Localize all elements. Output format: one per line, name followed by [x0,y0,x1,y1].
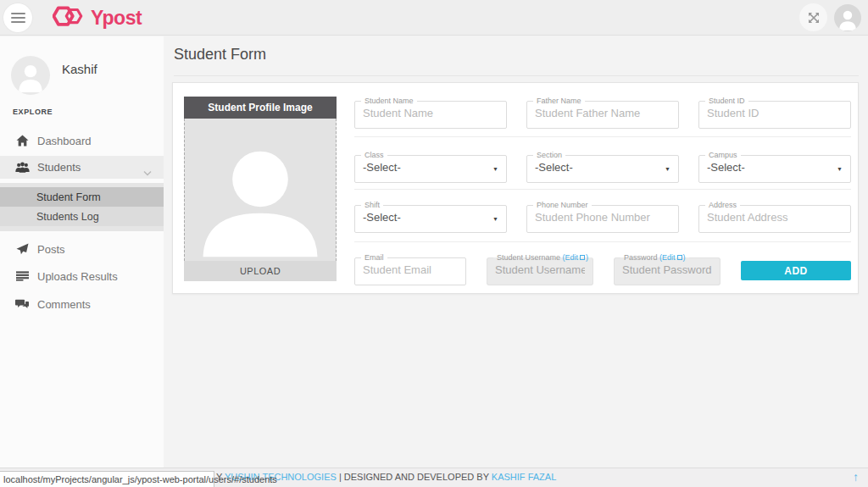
class-field[interactable]: Class -Select- ▼ [354,151,507,183]
comments-icon [14,299,31,310]
student-name-field[interactable]: Student Name [354,97,507,129]
user-silhouette-icon [837,8,858,30]
topbar-actions [799,3,861,31]
edit-box-icon [677,255,682,260]
browser-status-bar: localhost/myProjects/angular_js/ypost-we… [0,471,214,487]
expand-arrows-icon [807,11,821,25]
list-icon [14,271,31,281]
field-label: Campus [705,151,741,159]
field-label: Section [533,151,565,159]
user-avatar-button[interactable] [834,4,861,31]
shift-select[interactable]: -Select- ▼ [355,209,506,227]
sidebar-item-uploads-results[interactable]: Uploads Results [0,264,164,288]
shift-field[interactable]: Shift -Select- ▼ [354,201,507,233]
field-label: Address [705,201,740,209]
profile-image-uploader[interactable]: Student Profile Image UPLOAD [184,97,337,281]
password-input [615,262,720,279]
user-silhouette-icon [16,62,45,92]
sidebar-item-label: Dashboard [37,135,92,147]
submenu-item-students-log[interactable]: Students Log [0,207,164,226]
class-select[interactable]: -Select- ▼ [355,159,506,177]
page-title: Student Form [174,46,266,64]
field-label: Father Name [533,97,585,105]
add-button[interactable]: ADD [741,261,851,280]
row-divider [354,189,851,190]
password-edit-link[interactable]: (Edit) [659,253,686,262]
select-arrow-icon: ▼ [492,216,498,222]
username-edit-link[interactable]: (Edit) [563,253,589,262]
campus-select[interactable]: -Select- ▼ [699,159,850,177]
person-placeholder-icon [197,134,324,261]
status-url: localhost/myProjects/angular_js/ypost-we… [3,474,277,484]
hamburger-menu-button[interactable] [3,3,32,32]
password-field: Password (Edit) [614,253,721,285]
student-id-field[interactable]: Student ID [698,97,851,129]
sidebar-item-students[interactable]: Students [0,156,164,179]
sidebar-item-label: Posts [37,243,65,256]
row-divider [354,241,851,242]
sidebar-item-dashboard[interactable]: Dashboard [0,129,164,152]
email-input[interactable] [355,262,465,279]
scroll-to-top-button[interactable]: ↑ [853,470,859,484]
sidebar-item-posts[interactable]: Posts [0,237,164,261]
sidebar: Kashif EXPLORE Dashboard [0,36,164,468]
sidebar-item-label: Uploads Results [37,270,118,283]
campus-field[interactable]: Campus -Select- ▼ [698,151,851,183]
address-input[interactable] [699,209,850,227]
select-arrow-icon: ▼ [492,166,498,172]
father-name-field[interactable]: Father Name [526,97,679,129]
select-arrow-icon: ▼ [665,166,670,172]
sidebar-item-label: Comments [37,298,91,311]
explore-section-label: EXPLORE [13,108,53,116]
student-id-input[interactable] [699,105,850,123]
brand-name: Ypost [91,7,142,30]
sidebar-item-comments[interactable]: Comments [0,292,164,316]
student-username-field: Student Username (Edit) [487,253,593,285]
section-select[interactable]: -Select- ▼ [527,159,678,177]
top-bar: Ypost [0,0,868,36]
edit-box-icon [580,255,585,260]
app-window: Ypost [0,0,868,487]
chevron-down-icon [143,164,152,180]
student-name-input[interactable] [355,105,506,123]
uploader-dropzone[interactable] [184,119,337,261]
email-field[interactable]: Email [354,253,466,285]
address-field[interactable]: Address [698,201,851,233]
kashif-fazal-link[interactable]: KASHIF FAZAL [492,472,556,482]
fullscreen-button[interactable] [799,3,827,31]
row-divider [354,136,851,137]
phone-number-input[interactable] [527,209,678,227]
upload-button[interactable]: UPLOAD [184,261,337,281]
father-name-input[interactable] [527,105,678,123]
select-arrow-icon: ▼ [837,166,843,172]
student-form-card: Student Profile Image UPLOAD Student Nam… [172,82,859,294]
field-label: Class [361,151,387,159]
submenu-item-student-form[interactable]: Student Form [0,187,164,207]
home-icon [14,135,31,147]
brand-logo[interactable]: Ypost [53,4,142,31]
title-divider [174,75,859,76]
field-label: Student Username [497,253,560,262]
field-label: Password [624,253,658,262]
profile-avatar [11,56,50,95]
uploader-header: Student Profile Image [184,97,337,119]
field-label: Phone Number [533,201,592,209]
users-icon [14,162,31,173]
paper-plane-icon [14,243,31,255]
field-label: Email [361,253,387,262]
section-field[interactable]: Section -Select- ▼ [526,151,679,183]
main-content: Student Form Student Profile Image UPLOA… [164,36,868,468]
students-submenu: Student Form Students Log [0,183,164,231]
student-username-input [487,262,593,279]
field-label: Shift [361,201,383,209]
profile-name: Kashif [62,62,97,76]
phone-number-field[interactable]: Phone Number [526,201,679,233]
field-label: Student Name [361,97,417,105]
sidebar-item-label: Students [37,161,81,174]
field-label: Student ID [705,97,748,105]
ypost-logo-icon [53,3,86,32]
